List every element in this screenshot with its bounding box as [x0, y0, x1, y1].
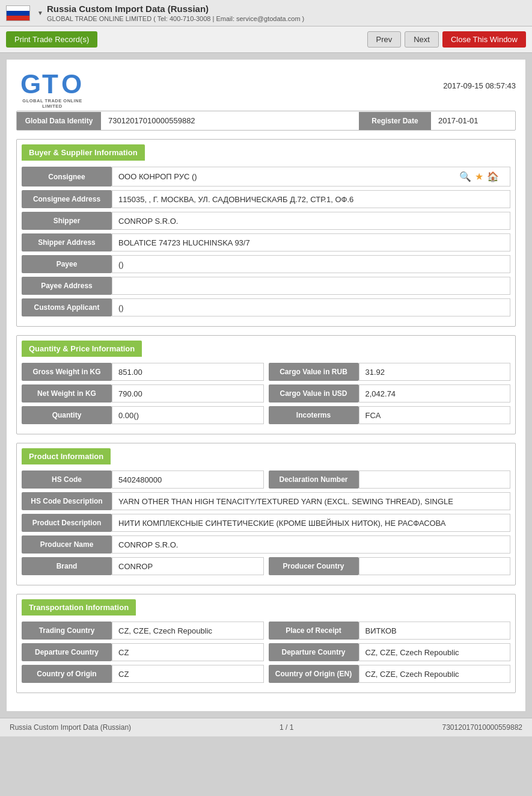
payee-address-value [112, 277, 510, 295]
country-of-origin-en-value: CZ, CZE, Czech Repoublic [359, 665, 511, 683]
consignee-value: ООО КОНРОП РУС () 🔍 ★ 🏠 [112, 167, 510, 187]
departure-country-row: Departure Country CZ Departure Country C… [22, 643, 510, 661]
country-of-origin-row: Country of Origin CZ Country of Origin (… [22, 665, 510, 683]
trading-country-label: Trading Country [22, 622, 112, 640]
country-of-origin-value: CZ [112, 665, 264, 683]
incoterms-label: Incoterms [269, 406, 359, 424]
brand-row: Brand CONROP Producer Country [22, 557, 510, 575]
declaration-number-label: Declaration Number [269, 471, 359, 489]
star-icon[interactable]: ★ [475, 171, 483, 182]
print-button[interactable]: Print Trade Record(s) [6, 31, 97, 48]
cargo-value-rub-label: Cargo Value in RUB [269, 363, 359, 381]
payee-row: Payee () [22, 255, 510, 273]
producer-name-value: CONROP S.R.O. [112, 535, 510, 554]
departure-country-right-value: CZ, CZE, Czech Repoublic [359, 643, 511, 661]
dropdown-arrow-icon[interactable]: ▼ [37, 10, 43, 16]
quantity-price-section-title: Quantity & Price Information [22, 341, 142, 357]
quantity-price-body: Gross Weight in KG 851.00 Cargo Value in… [17, 357, 515, 434]
svg-text:G: G [20, 69, 41, 98]
net-weight-label: Net Weight in KG [22, 384, 112, 403]
shipper-label: Shipper [22, 212, 112, 230]
product-desc-row: Product Description НИТИ КОМПЛЕКСНЫЕ СИН… [22, 514, 510, 532]
russia-flag-icon [6, 5, 30, 21]
product-desc-value: НИТИ КОМПЛЕКСНЫЕ СИНТЕТИЧЕСКИЕ (КРОМЕ ШВ… [112, 514, 510, 532]
net-weight-value: 790.00 [112, 384, 264, 403]
cargo-value-usd-value: 2,042.74 [359, 384, 511, 403]
quantity-value: 0.00() [112, 406, 264, 424]
hs-code-desc-label: HS Code Description [22, 492, 112, 510]
customs-applicant-value: () [112, 298, 510, 316]
buyer-supplier-section: Buyer & Supplier Information Consignee О… [16, 139, 516, 327]
prev-button[interactable]: Prev [367, 31, 402, 48]
company-info: GLOBAL TRADE ONLINE LIMITED ( Tel: 400-7… [47, 15, 304, 22]
shipper-row: Shipper CONROP S.R.O. [22, 212, 510, 230]
footer: Russia Custom Import Data (Russian) 1 / … [0, 718, 532, 736]
next-button[interactable]: Next [405, 31, 439, 48]
footer-right: 73012017010000559882 [442, 723, 522, 732]
trading-country-row: Trading Country CZ, CZE, Czech Repoublic… [22, 622, 510, 640]
producer-country-value [359, 557, 511, 575]
declaration-number-value [359, 471, 511, 489]
cargo-value-usd-label: Cargo Value in USD [269, 384, 359, 403]
consignee-row: Consignee ООО КОНРОП РУС () 🔍 ★ 🏠 [22, 167, 510, 187]
close-button[interactable]: Close This Window [442, 31, 526, 48]
buyer-supplier-body: Consignee ООО КОНРОП РУС () 🔍 ★ 🏠 Consig… [17, 161, 515, 326]
hs-code-value: 5402480000 [112, 471, 264, 489]
consignee-address-value: 115035, , Г. МОСКВА, УЛ. САДОВНИЧЕСКАЯБ … [112, 190, 510, 208]
shipper-address-label: Shipper Address [22, 233, 112, 251]
consignee-icons: 🔍 ★ 🏠 [454, 171, 504, 182]
shipper-address-value: BOLATICE 74723 HLUCHINSKA 93/7 [112, 233, 510, 251]
consignee-address-row: Consignee Address 115035, , Г. МОСКВА, У… [22, 190, 510, 208]
app-title: Russia Custom Import Data (Russian) [47, 4, 304, 14]
country-of-origin-label: Country of Origin [22, 665, 112, 683]
net-weight-row: Net Weight in KG 790.00 Cargo Value in U… [22, 384, 510, 403]
product-desc-label: Product Description [22, 514, 112, 532]
incoterms-value: FCA [359, 406, 511, 424]
search-icon[interactable]: 🔍 [459, 171, 471, 182]
producer-name-row: Producer Name CONROP S.R.O. [22, 535, 510, 554]
place-of-receipt-label: Place of Receipt [269, 622, 359, 640]
register-date-label: Register Date [359, 112, 431, 130]
brand-label: Brand [22, 557, 112, 575]
shipper-address-row: Shipper Address BOLATICE 74723 HLUCHINSK… [22, 233, 510, 251]
payee-address-row: Payee Address [22, 277, 510, 295]
hs-code-label: HS Code [22, 471, 112, 489]
trading-country-value: CZ, CZE, Czech Repoublic [112, 622, 264, 640]
shipper-value: CONROP S.R.O. [112, 212, 510, 230]
record-header: G T O GLOBAL TRADE ONLINE LIMITED 2017-0… [16, 69, 516, 102]
quantity-row: Quantity 0.00() Incoterms FCA [22, 406, 510, 424]
gross-weight-value: 851.00 [112, 363, 264, 381]
record-date: 2017-09-15 08:57:43 [443, 81, 516, 90]
global-data-identity-value: 73012017010000559882 [101, 111, 359, 130]
global-data-identity-label: Global Data Identity [17, 112, 101, 130]
product-section: Product Information HS Code 5402480000 D… [16, 443, 516, 585]
transportation-section-title: Transportation Information [22, 599, 136, 616]
hs-code-desc-row: HS Code Description YARN OTHER THAN HIGH… [22, 492, 510, 510]
gross-weight-row: Gross Weight in KG 851.00 Cargo Value in… [22, 363, 510, 381]
svg-text:T: T [42, 69, 58, 98]
cargo-value-rub-value: 31.92 [359, 363, 511, 381]
hs-code-desc-value: YARN OTHER THAN HIGH TENACITY/TEXTURED Y… [112, 492, 510, 510]
country-of-origin-en-label: Country of Origin (EN) [269, 665, 359, 683]
payee-value: () [112, 255, 510, 273]
place-of-receipt-value: ВИТКОВ [359, 622, 511, 640]
customs-applicant-row: Customs Applicant () [22, 298, 510, 316]
footer-page: 1 / 1 [280, 723, 293, 732]
identity-row: Global Data Identity 7301201701000055988… [16, 111, 516, 131]
register-date-value: 2017-01-01 [431, 111, 515, 130]
departure-country-value: CZ [112, 643, 264, 661]
svg-text:O: O [61, 69, 82, 98]
home-icon[interactable]: 🏠 [487, 171, 499, 182]
customs-applicant-label: Customs Applicant [22, 298, 112, 316]
consignee-label: Consignee [22, 167, 112, 187]
producer-name-label: Producer Name [22, 535, 112, 554]
consignee-address-label: Consignee Address [22, 190, 112, 208]
hs-code-row: HS Code 5402480000 Declaration Number [22, 471, 510, 489]
brand-value: CONROP [112, 557, 264, 575]
transportation-section: Transportation Information Trading Count… [16, 594, 516, 693]
departure-country-label: Departure Country [22, 643, 112, 661]
main-content: G T O GLOBAL TRADE ONLINE LIMITED 2017-0… [6, 59, 526, 712]
buyer-supplier-section-title: Buyer & Supplier Information [22, 144, 145, 161]
footer-left: Russia Custom Import Data (Russian) [10, 723, 131, 732]
payee-label: Payee [22, 255, 112, 273]
